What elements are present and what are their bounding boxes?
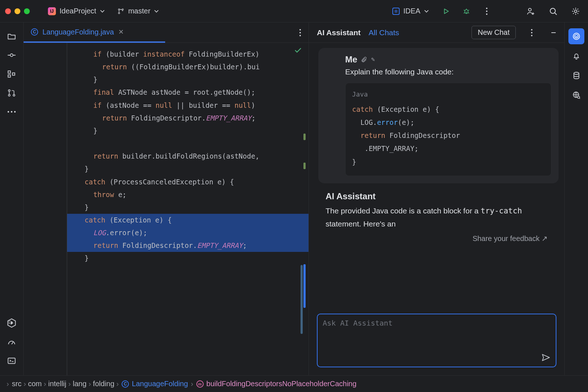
code-line[interactable]: if (builder instanceof FoldingBuilderEx) xyxy=(67,48,309,61)
more-vertical-icon xyxy=(486,7,488,15)
assistant-more-button[interactable] xyxy=(526,27,538,38)
feedback-link[interactable]: Share your feedback ↗ xyxy=(315,230,559,243)
svg-point-4 xyxy=(486,8,487,9)
new-chat-button[interactable]: New Chat xyxy=(471,26,516,39)
ai-assistant-toolwindow-button[interactable] xyxy=(568,28,584,44)
code-line[interactable]: } xyxy=(67,163,309,175)
chevron-down-icon xyxy=(154,9,159,14)
breadcrumb-class[interactable]: LanguageFolding xyxy=(132,380,188,388)
chevron-right-icon: › xyxy=(42,380,48,388)
code-line[interactable]: } xyxy=(67,73,309,86)
assistant-hide-button[interactable] xyxy=(548,27,559,38)
svg-rect-13 xyxy=(12,73,15,75)
code-line[interactable]: throw e; xyxy=(67,188,309,201)
svg-rect-12 xyxy=(8,75,11,77)
code-line[interactable]: return ((FoldingBuilderEx)builder).bui xyxy=(67,61,309,73)
svg-point-26 xyxy=(299,32,301,33)
breadcrumb-segment[interactable]: folding xyxy=(93,380,114,388)
pull-requests-toolwindow-button[interactable] xyxy=(4,85,20,101)
folder-icon xyxy=(7,32,16,41)
svg-rect-24 xyxy=(8,358,15,363)
svg-point-1 xyxy=(118,12,120,14)
svg-point-0 xyxy=(118,9,120,10)
breadcrumb-segment[interactable]: lang xyxy=(73,380,87,388)
user-message: Me ✎ Explain the following Java code: Ja… xyxy=(318,48,559,183)
run-config-label: IDEA xyxy=(403,7,420,15)
code-line[interactable]: final ASTNode astNode = root.getNode(); xyxy=(67,86,309,99)
more-actions-button[interactable] xyxy=(481,5,493,17)
breadcrumb-segment[interactable]: src xyxy=(12,380,22,388)
breadcrumb-segment[interactable]: intellij xyxy=(48,380,66,388)
attachment-icon[interactable] xyxy=(361,56,367,63)
run-config-dropdown[interactable]: IDEA xyxy=(389,5,433,17)
breadcrumb-segment[interactable]: com xyxy=(28,380,42,388)
breadcrumb[interactable]: › src › com › intellij › lang › folding … xyxy=(0,375,588,392)
commit-toolwindow-button[interactable] xyxy=(4,47,20,63)
svg-point-5 xyxy=(486,11,487,12)
search-everywhere-button[interactable] xyxy=(546,4,560,19)
class-icon: C xyxy=(122,380,129,388)
code-line[interactable]: return FoldingDescriptor.EMPTY_ARRAY; xyxy=(67,239,309,252)
database-icon xyxy=(572,71,581,80)
minimize-window-button[interactable] xyxy=(15,8,20,14)
all-chats-link[interactable]: All Chats xyxy=(369,28,399,37)
vcs-branch-dropdown[interactable]: master xyxy=(114,5,163,17)
chat-scroll[interactable]: Me ✎ Explain the following Java code: Ja… xyxy=(309,43,564,307)
chevron-down-icon xyxy=(424,9,429,14)
code-line[interactable]: LOG.error(e); xyxy=(67,226,309,239)
chevron-right-icon: › xyxy=(191,380,193,388)
notifications-toolwindow-button[interactable] xyxy=(568,48,584,64)
code-editor[interactable]: if (builder instanceof FoldingBuilderEx)… xyxy=(24,43,309,375)
assistant-name-label: AI Assistant xyxy=(326,191,548,201)
more-toolwindows-button[interactable] xyxy=(4,104,20,120)
code-line[interactable]: if (astNode == null || builder == null) xyxy=(67,99,309,112)
user-name-label: Me xyxy=(345,54,357,65)
search-icon xyxy=(548,7,558,16)
terminal-toolwindow-button[interactable] xyxy=(4,353,20,369)
code-line[interactable]: catch (ProcessCanceledException e) { xyxy=(67,176,309,188)
run-button[interactable] xyxy=(440,5,452,17)
code-line[interactable]: catch (Exception e) { xyxy=(67,214,309,226)
settings-button[interactable] xyxy=(568,4,583,19)
chevron-right-icon: › xyxy=(66,380,73,388)
code-line[interactable]: } xyxy=(67,201,309,214)
profiler-toolwindow-button[interactable] xyxy=(4,334,20,350)
chevron-right-icon: › xyxy=(21,380,28,388)
project-toolwindow-button[interactable] xyxy=(4,28,20,44)
svg-point-19 xyxy=(14,111,16,113)
user-message-text: Explain the following Java code: xyxy=(345,68,551,76)
class-icon: C xyxy=(31,28,38,36)
code-line[interactable]: return FoldingDescriptor.EMPTY_ARRAY; xyxy=(67,112,309,124)
web-toolwindow-button[interactable] xyxy=(568,87,584,103)
branch-name-label: master xyxy=(128,7,150,15)
file-tab[interactable]: C LanguageFolding.java ✕ xyxy=(24,23,131,42)
code-line[interactable] xyxy=(67,137,309,150)
edit-icon[interactable]: ✎ xyxy=(371,57,375,62)
run-config-icon xyxy=(392,8,400,15)
code-line[interactable]: return builder.buildFoldRegions(astNode, xyxy=(67,150,309,163)
assistant-pane: AI Assistant All Chats New Chat Me ✎ Exp… xyxy=(309,23,564,375)
maximize-window-button[interactable] xyxy=(24,8,30,14)
assistant-input[interactable] xyxy=(317,314,556,367)
send-button[interactable] xyxy=(541,353,551,362)
code-line[interactable]: } xyxy=(67,252,309,265)
minimize-icon xyxy=(550,29,557,36)
code-line[interactable]: } xyxy=(67,124,309,137)
breadcrumb-method[interactable]: buildFoldingDescriptorsNoPlaceholderCach… xyxy=(207,380,357,388)
tab-more-button[interactable] xyxy=(292,23,309,42)
debug-button[interactable] xyxy=(460,5,473,17)
assistant-title: AI Assistant xyxy=(317,28,361,37)
editor-tabbar: C LanguageFolding.java ✕ xyxy=(24,23,309,43)
close-tab-button[interactable]: ✕ xyxy=(118,28,124,36)
assistant-textarea[interactable] xyxy=(323,319,538,362)
intellij-logo-icon: IJ xyxy=(48,7,56,15)
marker-bar[interactable] xyxy=(303,43,307,375)
code-with-me-button[interactable] xyxy=(523,4,538,19)
svg-point-30 xyxy=(531,35,532,36)
structure-toolwindow-button[interactable] xyxy=(4,66,20,82)
editor-gutter[interactable] xyxy=(24,43,67,375)
left-rail xyxy=(0,23,24,375)
project-dropdown[interactable]: IJ IdeaProject xyxy=(44,5,109,17)
database-toolwindow-button[interactable] xyxy=(568,68,584,83)
close-window-button[interactable] xyxy=(5,8,11,14)
